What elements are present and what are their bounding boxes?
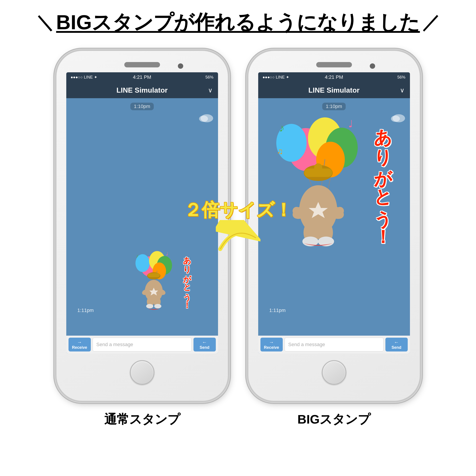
- size-label: ２倍サイズ！: [184, 198, 292, 222]
- caption-right: BIGスタンプ: [247, 411, 421, 428]
- svg-text:♫: ♫: [277, 147, 283, 156]
- main-content: ●●●○○ LINE ✦ 4:21 PM 56% LINE Simulator …: [55, 50, 421, 402]
- send-arrow-left: ←: [202, 340, 207, 345]
- phone-camera-left: [178, 63, 183, 69]
- nav-bar-left: LINE Simulator ∨: [66, 82, 218, 98]
- chat-time-bottom-right: 1:11pm: [269, 307, 286, 313]
- sticker-small: ♪ ♩: [131, 246, 185, 311]
- phone-camera-right: [370, 63, 375, 69]
- chat-time-bottom-left: 1:11pm: [77, 307, 94, 313]
- send-label-left: Send: [200, 345, 209, 350]
- nav-dropdown-right[interactable]: ∨: [400, 86, 405, 94]
- svg-text:♩: ♩: [348, 118, 353, 129]
- nav-bar-right: LINE Simulator ∨: [258, 82, 410, 98]
- time-right: 4:21 PM: [325, 74, 343, 80]
- input-bar-right: → Receive Send a message ← Send: [258, 336, 410, 354]
- signal-right: ●●●○○ LINE ✦: [263, 75, 289, 80]
- receive-label-left: Receive: [72, 345, 87, 350]
- send-button-right[interactable]: ← Send: [385, 338, 408, 352]
- phone-speaker-right: [316, 62, 352, 68]
- signal-left: ●●●○○ LINE ✦: [71, 75, 97, 80]
- nav-title-right: LINE Simulator: [308, 86, 359, 94]
- status-bar-right: ●●●○○ LINE ✦ 4:21 PM 56%: [258, 72, 410, 82]
- svg-point-44: [292, 207, 301, 215]
- header: ＼ BIGスタンプが作れるようになりました ／: [36, 9, 440, 36]
- receive-button-left[interactable]: → Receive: [68, 338, 91, 352]
- header-slash-right: ／: [422, 11, 440, 34]
- phone-speaker-left: [124, 62, 160, 68]
- sticker-text-small: ありがとう！: [182, 251, 191, 305]
- send-arrow-right: ←: [394, 340, 399, 345]
- svg-point-1: [199, 116, 208, 122]
- input-placeholder-left: Send a message: [96, 342, 133, 347]
- home-button-left[interactable]: [130, 360, 154, 385]
- svg-point-40: [314, 163, 322, 171]
- input-placeholder-right: Send a message: [288, 342, 325, 347]
- header-slash-left: ＼: [36, 11, 54, 34]
- chat-time-top-left: 1:10pm: [130, 103, 154, 110]
- chat-time-top-right: 1:10pm: [322, 103, 346, 110]
- send-label-right: Send: [391, 345, 401, 350]
- send-button-left[interactable]: ← Send: [193, 338, 216, 352]
- arrow-svg: [216, 220, 260, 254]
- message-input-right[interactable]: Send a message: [285, 338, 384, 352]
- captions: 通常スタンプ BIGスタンプ: [55, 411, 421, 428]
- svg-rect-14: [148, 273, 160, 277]
- receive-arrow-left: →: [77, 340, 82, 345]
- battery-left: 56%: [205, 75, 213, 80]
- svg-point-20: [146, 304, 153, 308]
- sticker-text-big: ありがとう！: [373, 116, 393, 236]
- size-indicator: ２倍サイズ！: [184, 198, 292, 254]
- message-input-left[interactable]: Send a message: [93, 338, 192, 352]
- time-left: 4:21 PM: [133, 74, 151, 80]
- caption-left: 通常スタンプ: [55, 411, 229, 428]
- svg-point-21: [154, 304, 161, 308]
- avatar-area-left: [196, 112, 214, 124]
- svg-text:♪: ♪: [279, 122, 285, 134]
- receive-label-right: Receive: [264, 345, 279, 350]
- nav-title-left: LINE Simulator: [117, 86, 168, 94]
- home-button-right[interactable]: [322, 360, 346, 385]
- receive-button-right[interactable]: → Receive: [260, 338, 283, 352]
- nav-dropdown-left[interactable]: ∨: [208, 86, 213, 94]
- svg-point-45: [336, 207, 344, 215]
- svg-text:♩: ♩: [166, 251, 168, 256]
- input-bar-left: → Receive Send a message ← Send: [66, 336, 218, 354]
- status-bar-left: ●●●○○ LINE ✦ 4:21 PM 56%: [66, 72, 218, 82]
- header-title: BIGスタンプが作れるようになりました: [54, 9, 422, 36]
- receive-arrow-right: →: [269, 340, 274, 345]
- svg-text:♪: ♪: [136, 253, 138, 259]
- battery-right: 56%: [397, 75, 405, 80]
